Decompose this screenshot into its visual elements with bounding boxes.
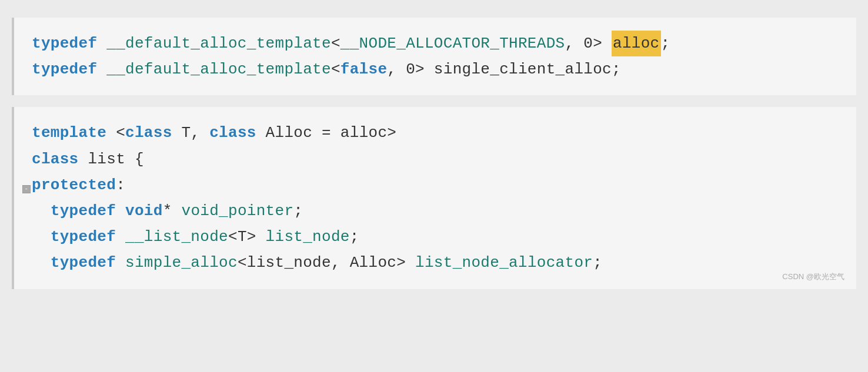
plain-text <box>32 224 51 250</box>
plain-text <box>116 224 125 250</box>
plain-text: <T> <box>228 224 266 250</box>
identifier: __default_alloc_template <box>106 56 331 82</box>
plain-text: T, <box>172 120 210 146</box>
plain-text: ; <box>293 198 303 224</box>
plain-text: < <box>106 120 125 146</box>
code-line-list-node-allocator: typedef simple_alloc<list_node, Alloc> l… <box>32 250 839 276</box>
keyword-template: template <box>32 120 106 146</box>
main-container: typedef __default_alloc_template<__NODE_… <box>0 0 868 372</box>
plain-text <box>32 198 51 224</box>
plain-text <box>97 56 106 82</box>
plain-text: ; <box>350 224 359 250</box>
collapse-button[interactable]: - <box>22 185 31 193</box>
plain-text <box>116 250 125 276</box>
plain-text: list { <box>79 146 144 172</box>
code-line-template: template <class T, class Alloc = alloc> <box>32 120 839 146</box>
code-block-1: typedef __default_alloc_template<__NODE_… <box>12 18 856 95</box>
code-line-protected: protected: <box>32 172 839 198</box>
keyword-class: class <box>125 120 172 146</box>
identifier-simple-alloc: simple_alloc <box>125 250 238 276</box>
plain-text <box>116 198 125 224</box>
code-block-2: template <class T, class Alloc = alloc> … <box>12 107 856 289</box>
identifier-list-node-allocator: list_node_allocator <box>415 250 593 276</box>
plain-text <box>32 250 51 276</box>
plain-text: * <box>163 198 182 224</box>
plain-text: , 0> <box>565 31 612 56</box>
keyword-class: class <box>32 146 79 172</box>
identifier-void-pointer: void_pointer <box>181 198 293 224</box>
plain-text: < <box>331 31 340 56</box>
keyword-false: false <box>340 56 388 82</box>
keyword-class: class <box>209 120 256 146</box>
keyword-typedef: typedef <box>51 250 116 276</box>
keyword-typedef: typedef <box>51 198 116 224</box>
plain-text <box>97 31 106 56</box>
highlighted-alloc: alloc <box>612 31 661 56</box>
plain-text: <list_node, Alloc> <box>238 250 415 276</box>
keyword-void: void <box>125 198 163 224</box>
plain-text: ; <box>661 31 670 56</box>
plain-text: : <box>116 172 125 198</box>
identifier: __default_alloc_template <box>106 31 331 56</box>
keyword-typedef: typedef <box>32 56 97 82</box>
plain-text: , 0> single_client_alloc; <box>387 56 621 82</box>
keyword-typedef: typedef <box>51 224 116 250</box>
code-line-void-pointer: typedef void* void_pointer; <box>32 198 839 224</box>
keyword-protected: protected <box>32 172 116 198</box>
plain-text: ; <box>593 250 602 276</box>
code-line-class: - class list { <box>32 146 839 172</box>
watermark: CSDN @欧光空气 <box>782 272 844 282</box>
code-line: typedef __default_alloc_template<false, … <box>32 56 839 82</box>
identifier-list-node: list_node <box>266 224 350 250</box>
keyword-typedef: typedef <box>32 31 97 56</box>
plain-text: < <box>331 56 340 82</box>
identifier-list-node-type: __list_node <box>125 224 228 250</box>
plain-text: Alloc = alloc> <box>256 120 397 146</box>
code-line: typedef __default_alloc_template<__NODE_… <box>32 31 839 56</box>
identifier: __NODE_ALLOCATOR_THREADS <box>340 31 565 56</box>
code-line-list-node: typedef __list_node<T> list_node; <box>32 224 839 250</box>
